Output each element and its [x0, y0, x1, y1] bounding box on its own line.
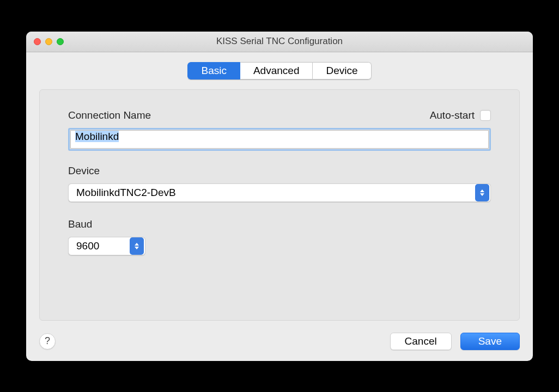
updown-arrows-icon — [130, 237, 144, 255]
tab-device[interactable]: Device — [313, 62, 371, 79]
tab-advanced[interactable]: Advanced — [240, 62, 313, 79]
auto-start-group: Auto-start — [430, 109, 491, 121]
connection-name-input[interactable]: Mobilinkd — [70, 130, 489, 149]
connection-name-row: Connection Name Auto-start — [68, 109, 491, 121]
connection-name-focus-ring: Mobilinkd — [68, 128, 491, 151]
basic-panel: Connection Name Auto-start Mobilinkd Dev… — [39, 89, 520, 321]
connection-name-selection: Mobilinkd — [75, 131, 119, 142]
tab-bar: Basic Advanced Device — [39, 62, 520, 79]
device-select[interactable]: MobilinkdTNC2-DevB — [68, 183, 491, 202]
help-button[interactable]: ? — [39, 333, 56, 350]
auto-start-checkbox[interactable] — [480, 110, 491, 121]
baud-label: Baud — [68, 218, 491, 230]
updown-arrows-icon — [475, 184, 489, 201]
titlebar: KISS Serial TNC Configuration — [26, 32, 533, 52]
configuration-window: KISS Serial TNC Configuration Basic Adva… — [26, 32, 533, 361]
device-select-value: MobilinkdTNC2-DevB — [69, 187, 474, 199]
auto-start-label: Auto-start — [430, 109, 475, 121]
close-button[interactable] — [34, 38, 41, 45]
window-title: KISS Serial TNC Configuration — [26, 36, 533, 47]
baud-select-value: 9600 — [69, 240, 129, 252]
traffic-lights — [34, 38, 64, 45]
content-area: Basic Advanced Device Connection Name Au… — [26, 52, 533, 361]
device-label: Device — [68, 165, 491, 177]
footer: ? Cancel Save — [39, 333, 520, 350]
connection-name-label: Connection Name — [68, 109, 151, 121]
minimize-button[interactable] — [45, 38, 52, 45]
baud-select[interactable]: 9600 — [68, 237, 145, 255]
cancel-button[interactable]: Cancel — [390, 333, 452, 350]
tab-basic[interactable]: Basic — [187, 62, 240, 79]
save-button[interactable]: Save — [460, 333, 520, 350]
maximize-button[interactable] — [57, 38, 64, 45]
tab-segmented-control: Basic Advanced Device — [187, 62, 371, 79]
